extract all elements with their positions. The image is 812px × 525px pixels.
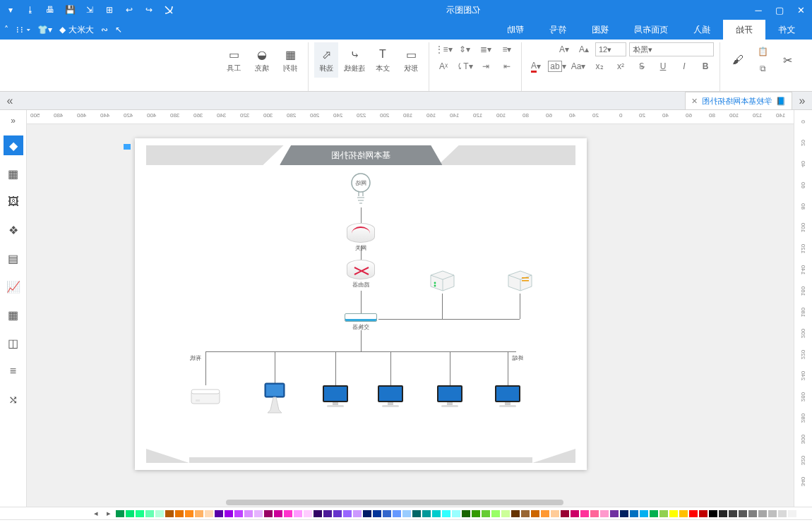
font-family-select[interactable]: 黑体 ▾ — [629, 42, 714, 56]
text-dir-button[interactable]: ⤹T▾ — [456, 59, 473, 73]
swatch[interactable] — [531, 510, 539, 517]
tab-insert[interactable]: 插入 — [681, 20, 723, 40]
swatch[interactable] — [689, 510, 698, 517]
swatch[interactable] — [482, 510, 490, 517]
font-grow-button[interactable]: A▴ — [575, 42, 592, 56]
doctab-close-icon[interactable]: ✕ — [691, 97, 698, 106]
fill-button[interactable]: ◒填充 — [250, 42, 274, 78]
swatch[interactable] — [501, 510, 510, 517]
swatch[interactable] — [353, 510, 362, 517]
font-size-select[interactable]: 12 ▾ — [595, 42, 626, 56]
side-grid[interactable]: ▦ — [4, 164, 23, 183]
side-symbols[interactable]: ◆ — [4, 135, 23, 155]
qa-new-icon[interactable]: ⊞ — [103, 4, 116, 16]
swatch[interactable] — [363, 510, 371, 517]
node-switch[interactable]: 交换器 — [345, 313, 377, 331]
user-label[interactable]: ◆ 大米大 — [59, 24, 94, 36]
side-align[interactable]: ≡ — [4, 361, 23, 381]
node-pc-1[interactable] — [320, 384, 351, 409]
font-shrink-button[interactable]: A▾ — [556, 42, 573, 56]
node-pc-3[interactable] — [434, 384, 465, 409]
subscript-button[interactable]: x₂ — [591, 59, 608, 73]
swatch[interactable] — [462, 510, 470, 517]
italic-button[interactable]: I — [676, 59, 693, 73]
swatch[interactable] — [432, 510, 441, 517]
node-server-2[interactable] — [505, 270, 535, 292]
doctab-chevron-left[interactable]: « — [0, 92, 20, 109]
indent-left-button[interactable]: ⇤ — [498, 59, 515, 73]
shape-button[interactable]: ▭形状 — [399, 42, 423, 78]
swatch[interactable] — [136, 510, 144, 517]
h-scrollbar[interactable] — [27, 498, 794, 507]
undo-button[interactable]: ↩ — [123, 4, 136, 16]
node-server-1[interactable] — [427, 270, 457, 292]
swatch[interactable] — [195, 510, 203, 517]
swatch[interactable] — [284, 510, 292, 517]
select-button[interactable]: ⬀选择 — [314, 42, 338, 78]
swatch[interactable] — [630, 510, 638, 517]
connector-button[interactable]: ⤷连接线 — [342, 42, 366, 78]
redo-button[interactable]: ↪ — [143, 4, 155, 16]
text-button[interactable]: T文本 — [371, 42, 395, 78]
swatch[interactable] — [452, 510, 460, 517]
apps-icon[interactable]: ⫶⫶ ▾ — [16, 25, 30, 35]
paste-button[interactable]: 📋 — [754, 44, 771, 59]
node-kiosk[interactable] — [261, 382, 289, 414]
swatch[interactable] — [274, 510, 282, 517]
superscript-button[interactable]: x² — [612, 59, 629, 73]
line-spacing-button[interactable]: ⇕▾ — [456, 42, 473, 56]
font-color-button[interactable]: A▾ — [527, 59, 544, 73]
swatch[interactable] — [343, 510, 352, 517]
swatch[interactable] — [472, 510, 480, 517]
node-gateway[interactable]: 网关 — [347, 223, 375, 252]
swatch[interactable] — [551, 510, 559, 517]
bullets-button[interactable]: ⋮≡▾ — [435, 42, 452, 56]
swatch[interactable] — [768, 510, 777, 517]
swatch[interactable] — [758, 510, 767, 517]
node-box[interactable] — [189, 385, 222, 406]
side-chevron[interactable]: » — [11, 114, 16, 127]
qa-export-icon[interactable]: ⇲ — [83, 4, 96, 16]
swatch[interactable] — [333, 510, 342, 517]
maximize-button[interactable]: ▢ — [772, 3, 787, 17]
node-pc-2[interactable] — [375, 384, 406, 409]
palette-left[interactable]: ◂ — [90, 509, 102, 518]
qa-print-icon[interactable]: 🖶 — [44, 4, 56, 16]
side-clipart[interactable]: ▤ — [4, 248, 23, 268]
side-chart[interactable]: 📈 — [4, 277, 23, 296]
palette-right[interactable]: ▸ — [103, 509, 114, 518]
swatch[interactable] — [620, 510, 628, 517]
swatch[interactable] — [254, 510, 263, 517]
swatch[interactable] — [561, 510, 569, 517]
swatch[interactable] — [798, 510, 806, 517]
node-internet[interactable]: 网络 — [349, 172, 373, 206]
tab-view[interactable]: 视图 — [579, 20, 621, 40]
swatch[interactable] — [650, 510, 658, 517]
swatch[interactable] — [590, 510, 599, 517]
swatch[interactable] — [116, 510, 124, 517]
tab-file[interactable]: 文件 — [765, 20, 808, 40]
tab-help[interactable]: 帮助 — [494, 20, 537, 40]
swatch[interactable] — [580, 510, 589, 517]
qa-open-icon[interactable]: ⭳ — [24, 4, 37, 16]
swatch[interactable] — [719, 510, 727, 517]
swatch[interactable] — [402, 510, 411, 517]
clear-format-button[interactable]: Aᵡ — [435, 59, 452, 73]
indent-right-button[interactable]: ⇥ — [477, 59, 494, 73]
swatch[interactable] — [145, 510, 154, 517]
swatch[interactable] — [383, 510, 391, 517]
swatch[interactable] — [659, 510, 668, 517]
qa-save-icon[interactable]: 💾 — [64, 4, 76, 16]
swatch[interactable] — [541, 510, 549, 517]
swatch[interactable] — [600, 510, 609, 517]
bold-button[interactable]: B — [697, 59, 714, 73]
qa-drop-icon[interactable]: ▾ — [4, 4, 17, 16]
swatch[interactable] — [571, 510, 579, 517]
swatch[interactable] — [521, 510, 530, 517]
strike-button[interactable]: S̶ — [633, 59, 650, 73]
format-painter-button[interactable]: 🖌 — [726, 42, 750, 78]
swatch[interactable] — [748, 510, 757, 517]
swatch[interactable] — [669, 510, 678, 517]
highlight-button[interactable]: ab▾ — [549, 59, 566, 73]
tools-button[interactable]: ▭工具 — [222, 42, 246, 78]
